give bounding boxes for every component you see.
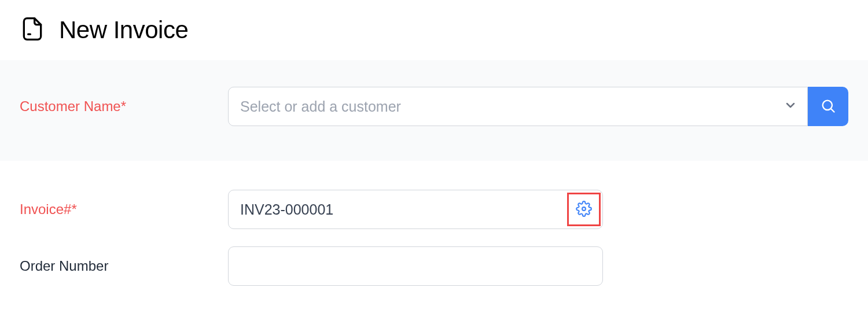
customer-name-label-col: Customer Name* [20,98,228,115]
invoice-number-label: Invoice#* [20,201,77,217]
customer-input-group: Select or add a customer [228,87,848,126]
svg-line-2 [831,108,834,112]
invoice-settings-button[interactable] [567,193,601,226]
invoice-number-label-col: Invoice#* [20,201,228,218]
page-header: New Invoice [0,0,868,60]
gear-icon [576,201,592,219]
search-icon [820,98,836,116]
invoice-number-input[interactable] [228,190,603,229]
order-number-input-container [228,246,603,286]
customer-select-wrap: Select or add a customer [228,87,808,126]
invoice-number-input-container [228,190,603,229]
order-number-label: Order Number [20,258,108,274]
page-title: New Invoice [59,16,188,44]
invoice-section: Invoice#* Order Number [0,161,868,286]
order-number-row: Order Number [20,246,848,286]
file-icon [20,16,45,44]
customer-search-button[interactable] [808,87,848,126]
customer-select[interactable]: Select or add a customer [228,87,808,126]
order-number-label-col: Order Number [20,258,228,274]
customer-name-label: Customer Name* [20,98,126,114]
invoice-number-row: Invoice#* [20,190,848,229]
order-number-input[interactable] [228,246,603,286]
customer-name-row: Customer Name* Select or add a customer [20,87,848,126]
customer-section: Customer Name* Select or add a customer [0,60,868,161]
svg-point-3 [582,207,586,211]
